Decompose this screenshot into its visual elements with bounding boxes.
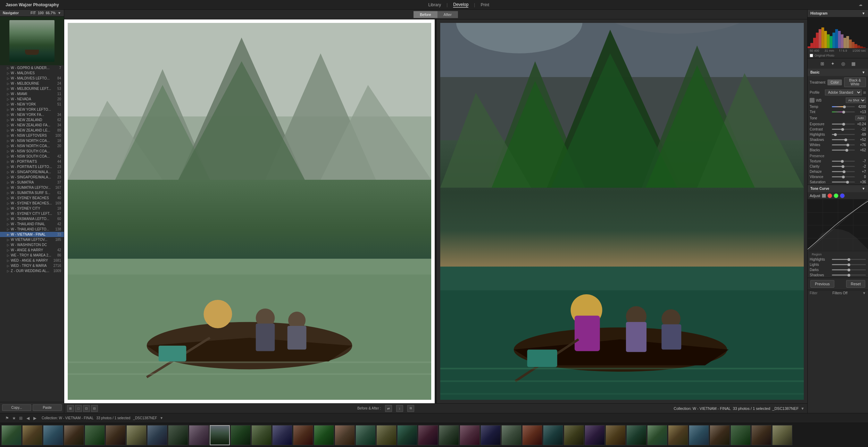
darks-region-slider[interactable] xyxy=(832,269,866,270)
filmstrip-thumb-15[interactable] xyxy=(314,425,334,445)
folder-item-24[interactable]: ▷W - SUMATRA SURF S...61 xyxy=(0,190,64,195)
tc-green-channel[interactable] xyxy=(834,193,838,198)
filmstrip-thumb-25[interactable] xyxy=(522,425,542,445)
folder-item-21[interactable]: ▷W - SINGAPORE/MALA...23 xyxy=(0,175,64,180)
shadows-region-slider[interactable] xyxy=(832,275,866,276)
folder-item-27[interactable]: ▷W - SYDNEY CITY18 xyxy=(0,206,64,211)
filmstrip-thumb-9[interactable] xyxy=(189,425,209,445)
folder-item-39[interactable]: ▷Z - OUR WEDDING AL...1009 xyxy=(0,268,64,273)
fs-flag-icon[interactable]: ⚑ xyxy=(4,415,10,421)
folder-item-0[interactable]: ▷W - GOPRO & UNDER...7 xyxy=(0,65,64,70)
crop-tool[interactable]: ⊞ xyxy=(818,60,826,67)
folder-item-6[interactable]: ▷W - NEVADA20 xyxy=(0,96,64,102)
filmstrip-thumb-16[interactable] xyxy=(335,425,355,445)
tone-curve-header[interactable]: Tone Curve ▼ xyxy=(808,185,868,192)
folder-item-20[interactable]: ▷W - SINGAPORE/MALA...12 xyxy=(0,169,64,175)
folder-item-1[interactable]: ▷W - MALDIVES xyxy=(0,70,64,76)
tint-slider[interactable] xyxy=(832,111,855,112)
blacks-slider[interactable] xyxy=(832,150,855,151)
folder-item-17[interactable]: ▷W - NSW SOUTH COA...42 xyxy=(0,154,64,159)
folder-item-28[interactable]: ▷W - SYDNEY CITY LEFT...57 xyxy=(0,211,64,216)
folder-item-31[interactable]: ▷W - THAILAND LEFTO...138 xyxy=(0,227,64,232)
after-tab[interactable]: After xyxy=(437,11,458,18)
original-photo-checkbox[interactable] xyxy=(810,54,813,57)
filmstrip-thumb-4[interactable] xyxy=(85,425,105,445)
temp-slider[interactable] xyxy=(832,106,855,107)
highlights-slider[interactable] xyxy=(832,134,855,135)
filmstrip-thumb-28[interactable] xyxy=(585,425,605,445)
copy-button[interactable]: Copy... xyxy=(2,404,31,411)
previous-button[interactable]: Previous xyxy=(810,280,834,288)
filmstrip-thumb-33[interactable] xyxy=(689,425,709,445)
filmstrip-thumb-10[interactable] xyxy=(210,425,230,445)
filmstrip-thumb-24[interactable] xyxy=(501,425,521,445)
folder-item-35[interactable]: ▷W - ANGE & HARRY42 xyxy=(0,247,64,253)
filmstrip-thumb-8[interactable] xyxy=(168,425,188,445)
folder-item-29[interactable]: ▷W - TASMANIA LEFTO...60 xyxy=(0,216,64,221)
filmstrip-thumb-37[interactable] xyxy=(772,425,792,445)
swap-btn[interactable]: ↕ xyxy=(396,405,403,412)
folder-item-23[interactable]: ▷W - SUMATRA LEFTOV...167 xyxy=(0,185,64,190)
filmstrip-thumb-3[interactable] xyxy=(64,425,84,445)
filmstrip-thumb-27[interactable] xyxy=(564,425,584,445)
before-tab[interactable]: Before xyxy=(414,11,437,18)
filmstrip-thumb-0[interactable] xyxy=(1,425,22,445)
folder-item-36[interactable]: ▷WE - TROY & MAREA 2...86 xyxy=(0,253,64,258)
filmstrip-thumb-17[interactable] xyxy=(356,425,376,445)
grid-view-btn[interactable]: ⊞ xyxy=(67,405,74,412)
filmstrip-thumb-30[interactable] xyxy=(626,425,646,445)
tone-curve-graph[interactable] xyxy=(808,199,868,251)
folder-item-9[interactable]: ▷W - NEW YORK FA...34 xyxy=(0,112,64,117)
wb-select[interactable]: As Shot xyxy=(846,98,866,103)
zoom-100[interactable]: 100 xyxy=(38,11,44,15)
fs-next-icon[interactable]: ▶ xyxy=(32,415,37,421)
reset-button[interactable]: Reset xyxy=(846,280,865,288)
zoom-fit[interactable]: FIT xyxy=(31,11,36,15)
bw-button[interactable]: Black & White xyxy=(844,77,866,87)
filmstrip-thumb-21[interactable] xyxy=(439,425,459,445)
filmstrip-thumb-2[interactable] xyxy=(43,425,63,445)
filmstrip-thumb-11[interactable] xyxy=(231,425,251,445)
filmstrip-thumb-23[interactable] xyxy=(481,425,501,445)
filmstrip-thumb-5[interactable] xyxy=(106,425,126,445)
folder-item-5[interactable]: ▷W - MIAMI11 xyxy=(0,91,64,96)
filmstrip-thumb-36[interactable] xyxy=(751,425,771,445)
folder-item-26[interactable]: ▷W - SYDNEY BEACHES...169 xyxy=(0,201,64,206)
gradient-tool[interactable]: ▦ xyxy=(850,60,857,67)
filmstrip-thumb-6[interactable] xyxy=(126,425,147,445)
zoom-pct[interactable]: 66.7% xyxy=(46,11,56,15)
nav-library[interactable]: Library xyxy=(428,2,441,7)
copy-settings-btn[interactable]: ⧉ xyxy=(407,405,414,412)
folder-item-37[interactable]: ▷WED - ANGE & HARRY1681 xyxy=(0,258,64,263)
paste-button[interactable]: Paste xyxy=(33,404,62,411)
folder-item-12[interactable]: ▷W - NEW ZEALAND LE...89 xyxy=(0,128,64,133)
fs-prev-icon[interactable]: ◀ xyxy=(25,415,31,421)
filmstrip-thumb-35[interactable] xyxy=(731,425,751,445)
folder-item-4[interactable]: ▷W - MELBOURNE LEFT...53 xyxy=(0,86,64,91)
tc-blue-channel[interactable] xyxy=(840,193,845,198)
shadows-slider[interactable] xyxy=(832,139,855,140)
vibrance-slider[interactable] xyxy=(832,176,855,177)
filmstrip-thumb-32[interactable] xyxy=(668,425,688,445)
filmstrip-thumb-14[interactable] xyxy=(293,425,313,445)
fs-dropdown-icon[interactable]: ▼ xyxy=(160,416,163,420)
saturation-slider[interactable] xyxy=(832,182,855,183)
texture-slider[interactable] xyxy=(832,161,855,162)
highlights-region-slider[interactable] xyxy=(832,259,866,260)
filmstrip-thumb-20[interactable] xyxy=(418,425,438,445)
filmstrip-thumb-18[interactable] xyxy=(376,425,397,445)
dehaze-slider[interactable] xyxy=(832,171,855,172)
folder-item-13[interactable]: ▷W - NSW LEFTOVERS100 xyxy=(0,133,64,138)
folder-item-14[interactable]: ▷W - NSW NORTH COA...18 xyxy=(0,138,64,143)
auto-button[interactable]: Auto xyxy=(855,116,866,120)
folder-item-30[interactable]: ▷W - THAILAND FINAL42 xyxy=(0,221,64,227)
filter-down-icon[interactable]: ▼ xyxy=(862,291,866,295)
fs-grid-icon[interactable]: ⊞ xyxy=(18,415,24,421)
filmstrip-thumb-29[interactable] xyxy=(606,425,626,445)
folder-item-11[interactable]: ▷W - NEW ZEALAND FA...34 xyxy=(0,123,64,128)
exposure-slider[interactable] xyxy=(832,124,855,125)
folder-item-22[interactable]: ▷W - SUMATRA37 xyxy=(0,180,64,185)
before-after-toggle[interactable]: ⇄ xyxy=(385,405,392,412)
folder-item-7[interactable]: ▷W - NEW YORK51 xyxy=(0,102,64,107)
nav-print[interactable]: Print xyxy=(481,2,489,7)
